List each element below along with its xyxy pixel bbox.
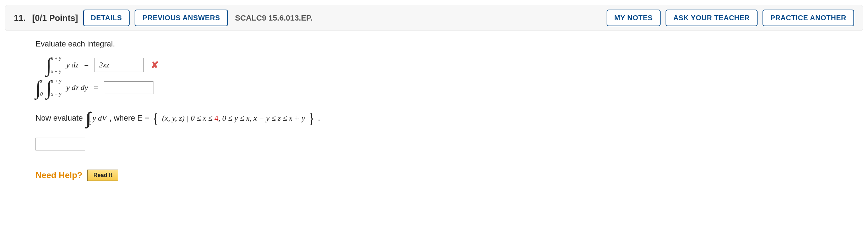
integrand-2: y dz dy <box>66 83 88 92</box>
read-it-button[interactable]: Read It <box>87 170 118 181</box>
set-text-2: , 0 ≤ y ≤ x, x − y ≤ z ≤ x + y <box>218 114 305 122</box>
question-header: 11. [0/1 Points] DETAILS PREVIOUS ANSWER… <box>5 5 863 31</box>
answer-input-2[interactable] <box>104 81 153 94</box>
integral-sign-icon: ∫ <box>46 78 51 98</box>
where-label: , where E = <box>109 114 149 123</box>
integral-row-1: ∫ x + y x − y y dz = 2xz ✘ <box>46 55 832 75</box>
integral-row-2: ∫ x 0 ∫ x + y x − y y dz dy = <box>36 78 832 98</box>
inner-upper-bound-2: x + y <box>51 78 61 84</box>
equals-1: = <box>84 60 88 70</box>
wrong-icon: ✘ <box>151 60 159 71</box>
upper-bound-1: x + y <box>51 56 61 61</box>
lower-bound-1: x − y <box>51 69 61 74</box>
question-content: Evaluate each integral. ∫ x + y x − y y … <box>0 36 868 188</box>
ask-teacher-button[interactable]: ASK YOUR TEACHER <box>666 10 758 26</box>
source-reference: SCALC9 15.6.013.EP. <box>235 13 313 23</box>
set-red-value: 4 <box>215 114 218 122</box>
answer-input-1[interactable]: 2xz <box>94 58 144 72</box>
details-button[interactable]: DETAILS <box>83 10 130 26</box>
integral-sign-icon: ∫ <box>36 78 41 98</box>
left-brace-icon: { <box>152 110 159 127</box>
prompt-text: Evaluate each integral. <box>36 39 832 49</box>
right-brace-icon: } <box>308 110 315 127</box>
inner-lower-bound-2: x − y <box>51 92 61 97</box>
equals-2: = <box>94 83 98 92</box>
final-answer-row <box>36 138 832 153</box>
integral-sign-icon: ∫ <box>46 55 51 75</box>
region-subscript: E <box>88 120 91 126</box>
period: . <box>318 114 320 123</box>
question-number: 11. <box>14 13 26 23</box>
triple-integrand: y dV <box>93 114 107 123</box>
help-row: Need Help? Read It <box>36 170 832 181</box>
points-label: [0/1 Points] <box>32 13 78 23</box>
integrand-1: y dz <box>66 60 78 70</box>
now-evaluate-label: Now evaluate <box>36 114 83 123</box>
previous-answers-button[interactable]: PREVIOUS ANSWERS <box>135 10 228 26</box>
practice-another-button[interactable]: PRACTICE ANOTHER <box>763 10 854 26</box>
need-help-label: Need Help? <box>36 170 82 180</box>
now-evaluate-row: Now evaluate ∫∫∫ E y dV , where E = { (x… <box>36 108 832 128</box>
answer-input-3[interactable] <box>36 138 85 150</box>
set-text-1: (x, y, z) | 0 ≤ x ≤ <box>162 114 215 122</box>
triple-integral-icon: ∫∫∫ <box>86 108 87 128</box>
my-notes-button[interactable]: MY NOTES <box>607 10 661 26</box>
